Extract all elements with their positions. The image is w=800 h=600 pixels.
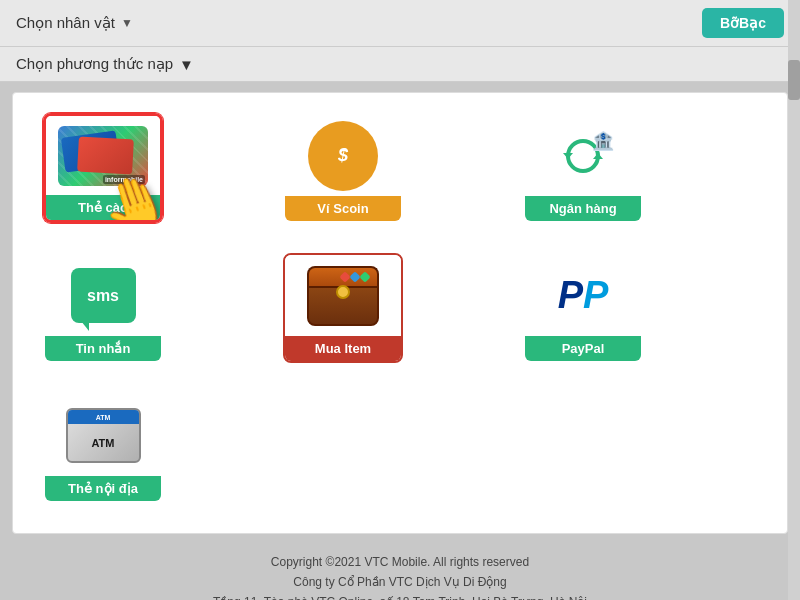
the-cao-label: Thẻ cào xyxy=(46,195,160,220)
payment-item-vi-scoin[interactable]: $ Ví Scoin xyxy=(283,113,403,223)
footer-address: Tầng 11, Tòa nhà VTC Online, số 18 Tam T… xyxy=(16,593,784,600)
bank-icon: 🏦 xyxy=(548,126,618,186)
tin-nhan-icon-area: sms xyxy=(45,255,161,336)
ngan-hang-icon-area: 🏦 xyxy=(525,115,641,196)
paypal-icon-area: PP xyxy=(525,255,641,336)
the-noi-dia-label: Thẻ nội địa xyxy=(45,476,161,501)
payment-item-tin-nhan[interactable]: sms Tin nhắn xyxy=(43,253,163,363)
payment-area: informobile Thẻ cào 🤚 $ Ví Scoin xyxy=(12,92,788,534)
payment-item-the-noi-dia[interactable]: ATM ATM Thẻ nội địa xyxy=(43,393,163,503)
the-cao-icon-area: informobile xyxy=(46,116,160,195)
paypal-icon: PP xyxy=(558,274,609,317)
payment-item-the-cao[interactable]: informobile Thẻ cào 🤚 xyxy=(43,113,163,223)
payment-item-mua-item[interactable]: Mua Item xyxy=(283,253,403,363)
ngan-hang-label: Ngân hàng xyxy=(525,196,641,221)
tin-nhan-label: Tin nhắn xyxy=(45,336,161,361)
the-noi-dia-icon-area: ATM ATM xyxy=(45,395,161,476)
chon-phuong-thuc-button[interactable]: Chọn phương thức nạp ▼ xyxy=(16,55,194,73)
mua-item-icon-area xyxy=(285,255,401,336)
mua-item-label: Mua Item xyxy=(285,336,401,361)
chevron-down-icon: ▼ xyxy=(121,16,133,30)
scrollbar-thumb[interactable] xyxy=(788,60,800,100)
chevron-down-icon-2: ▼ xyxy=(179,56,194,73)
payment-item-paypal[interactable]: PP PayPal xyxy=(523,253,643,363)
svg-marker-1 xyxy=(563,153,573,159)
second-bar: Chọn phương thức nạp ▼ xyxy=(0,47,800,82)
scrollbar-track xyxy=(788,0,800,600)
chon-phuong-thuc-label: Chọn phương thức nạp xyxy=(16,55,173,73)
paypal-label: PayPal xyxy=(525,336,641,361)
chest-icon xyxy=(307,266,379,326)
chon-nhan-vat-label: Chọn nhân vật xyxy=(16,14,115,32)
payment-item-ngan-hang[interactable]: 🏦 Ngân hàng xyxy=(523,113,643,223)
footer: Copyright ©2021 VTC Mobile. All rights r… xyxy=(0,544,800,600)
sms-icon: sms xyxy=(71,268,136,323)
top-bar: Chọn nhân vật ▼ BỡBạc xyxy=(0,0,800,47)
scoin-icon: $ xyxy=(308,121,378,191)
card-icon: informobile xyxy=(58,126,148,186)
payment-grid: informobile Thẻ cào 🤚 $ Ví Scoin xyxy=(43,113,757,513)
vi-scoin-label: Ví Scoin xyxy=(285,196,401,221)
footer-company: Công ty Cổ Phần VTC Dịch Vụ Di Động xyxy=(16,573,784,592)
atm-icon: ATM ATM xyxy=(66,408,141,463)
footer-copyright: Copyright ©2021 VTC Mobile. All rights r… xyxy=(16,553,784,572)
chon-nhan-vat-button[interactable]: Chọn nhân vật ▼ xyxy=(16,14,133,32)
bo-bac-button[interactable]: BỡBạc xyxy=(702,8,784,38)
scoin-icon-area: $ xyxy=(285,115,401,196)
